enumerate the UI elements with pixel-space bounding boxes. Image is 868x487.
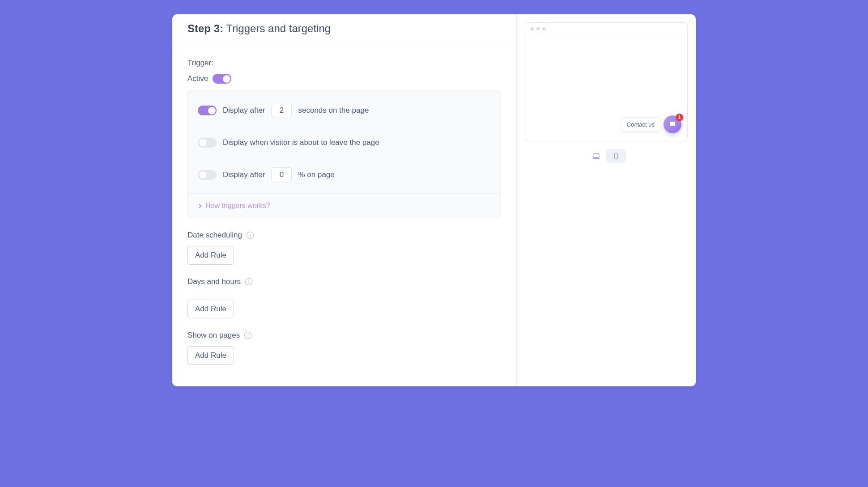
trigger-box: Display after seconds on the page Displa… [187, 90, 501, 218]
contact-us-pill[interactable]: Contact us [621, 117, 660, 132]
chat-widget-fab[interactable]: 1 [664, 115, 681, 133]
after-seconds-post: seconds on the page [298, 106, 369, 115]
preview-panel: Contact us 1 [517, 14, 696, 386]
window-dot-icon [531, 27, 534, 30]
info-icon[interactable]: i [244, 332, 251, 339]
days-hours-label: Days and hours [187, 277, 241, 286]
date-scheduling-label: Date scheduling [187, 231, 242, 240]
trigger-after-scroll-row: Display after % on page [188, 158, 501, 193]
show-on-pages-title: Show on pages i [187, 331, 501, 340]
trigger-after-seconds-row: Display after seconds on the page [188, 90, 501, 129]
show-on-pages-label: Show on pages [187, 331, 240, 340]
mobile-preview-button[interactable] [606, 149, 626, 163]
days-hours-title: Days and hours i [187, 277, 501, 286]
pages-add-rule-button[interactable]: Add Rule [187, 346, 234, 365]
desktop-preview-button[interactable] [587, 149, 606, 163]
after-seconds-toggle[interactable] [198, 106, 217, 115]
date-scheduling-section: Date scheduling i Add Rule [187, 231, 501, 265]
info-icon[interactable]: i [245, 278, 252, 285]
trigger-help-row: How triggers works? [188, 193, 501, 218]
info-icon[interactable]: i [247, 232, 254, 239]
notification-badge: 1 [676, 114, 683, 121]
phone-icon [612, 152, 620, 160]
after-seconds-pre: Display after [223, 106, 265, 115]
page-title: Step 3: Triggers and targeting [187, 22, 501, 35]
active-row: Active [187, 74, 501, 84]
after-scroll-toggle[interactable] [198, 170, 217, 180]
trigger-exit-intent-row: Display when visitor is about to leave t… [188, 129, 501, 158]
chevron-right-icon [197, 203, 202, 208]
window-dot-icon [536, 27, 540, 30]
laptop-icon [592, 152, 600, 160]
days-hours-section: Days and hours i Add Rule [187, 277, 501, 318]
date-add-rule-button[interactable]: Add Rule [187, 246, 234, 265]
preview-topbar [525, 23, 687, 35]
after-scroll-pre: Display after [223, 170, 265, 179]
after-scroll-post: % on page [298, 170, 334, 179]
svg-rect-0 [594, 154, 599, 157]
after-seconds-input[interactable] [271, 103, 292, 118]
left-panel: Step 3: Triggers and targeting Trigger: … [172, 14, 517, 386]
active-label: Active [187, 74, 208, 83]
preview-window: Contact us 1 [525, 22, 688, 141]
after-scroll-input[interactable] [271, 167, 292, 182]
content-area: Trigger: Active Display after seconds on… [172, 45, 516, 386]
date-scheduling-title: Date scheduling i [187, 231, 501, 240]
exit-intent-toggle[interactable] [198, 138, 217, 148]
show-on-pages-section: Show on pages i Add Rule [187, 331, 501, 365]
step-header: Step 3: Triggers and targeting [172, 14, 516, 45]
trigger-label: Trigger: [187, 59, 501, 68]
step-prefix: Step 3: [187, 22, 223, 34]
device-tabs [525, 149, 688, 163]
settings-card: Step 3: Triggers and targeting Trigger: … [172, 14, 696, 386]
active-toggle[interactable] [213, 74, 231, 84]
step-title: Triggers and targeting [226, 22, 331, 34]
exit-intent-text: Display when visitor is about to leave t… [223, 138, 379, 147]
chat-icon [668, 120, 677, 128]
days-add-rule-button[interactable]: Add Rule [187, 300, 234, 318]
how-triggers-work-link[interactable]: How triggers works? [205, 202, 270, 210]
device-group [587, 149, 626, 163]
window-dot-icon [542, 27, 545, 30]
